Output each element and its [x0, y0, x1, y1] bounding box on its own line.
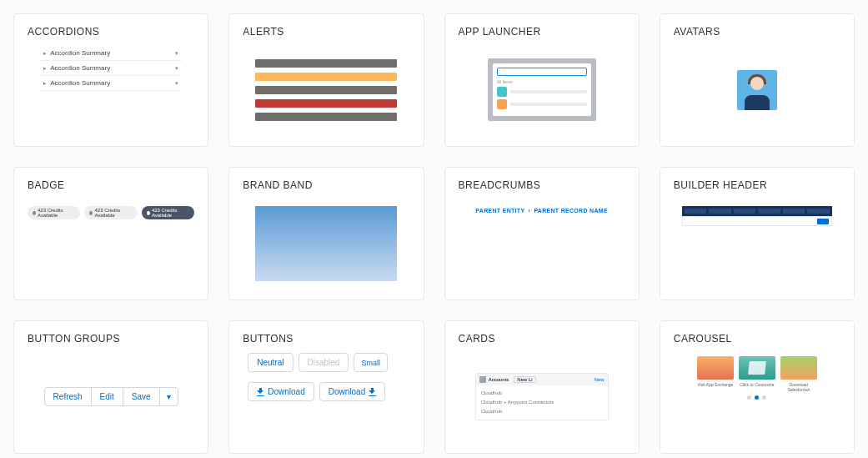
- carousel-dot-active: [755, 395, 759, 400]
- accordion-label: Accordion Summary: [50, 64, 110, 72]
- save-button: Save: [123, 387, 160, 406]
- badge-dot-icon: [89, 211, 93, 215]
- avatar-preview: [674, 46, 840, 133]
- card-brand-band[interactable]: BRAND BAND: [228, 167, 424, 300]
- alert-bar: [255, 59, 397, 68]
- small-button: Small: [354, 353, 388, 372]
- card-title: BUILDER HEADER: [674, 179, 840, 191]
- carousel-caption: Click to Customize: [739, 382, 775, 387]
- card-title: BUTTONS: [243, 333, 409, 345]
- carousel-caption: Download SalesforceA: [780, 382, 817, 392]
- card-carousel[interactable]: CAROUSEL Visit App Exchange Click to Cus…: [660, 320, 855, 454]
- cards-example: AccountsNew Li New Cloudhub Cloudhub + A…: [475, 373, 609, 420]
- chevron-right-icon: ▸: [43, 50, 47, 57]
- alert-bar: [255, 73, 397, 81]
- carousel-preview: Visit App Exchange Click to Customize Do…: [674, 353, 840, 440]
- card-title: BREADCRUMBS: [459, 179, 625, 191]
- badge-inverse: 423 Credits Available: [142, 206, 194, 219]
- card-title: BUTTON GROUPS: [28, 333, 194, 345]
- carousel-image: [780, 356, 817, 380]
- breadcrumb-parent: PARENT ENTITY: [475, 208, 524, 214]
- cards-preview: AccountsNew Li New Cloudhub Cloudhub + A…: [459, 353, 625, 440]
- card-title: CARDS: [459, 333, 625, 345]
- carousel-image: [697, 356, 734, 380]
- builder-header-preview: [674, 199, 840, 287]
- accordion-label: Accordion Summary: [50, 49, 110, 57]
- card-builder-header[interactable]: BUILDER HEADER: [660, 167, 855, 300]
- button-label: Download: [329, 387, 365, 396]
- download-icon: [257, 388, 264, 395]
- caret-down-icon: ▾: [167, 392, 171, 401]
- card-title: ALERTS: [243, 26, 409, 38]
- builder-header-button: [817, 219, 829, 224]
- cards-line: Cloudhub + Anypoint Connectors: [481, 398, 603, 407]
- caret-down-icon: ▾: [175, 50, 178, 57]
- breadcrumb-child: PARENT RECORD NAME: [534, 208, 608, 214]
- badge-dot-icon: [147, 211, 150, 215]
- carousel-indicators: [747, 395, 766, 400]
- cards-line: Cloudhub: [481, 407, 603, 416]
- carousel-item: Visit App Exchange: [697, 356, 734, 392]
- badge-preview: 423 Credits Available 423 Credits Availa…: [28, 199, 194, 287]
- carousel-item: Click to Customize: [739, 356, 775, 392]
- accordions-preview: ▸Accordion Summary▾ ▸Accordion Summary▾ …: [28, 46, 194, 133]
- dropdown-button: ▾: [159, 387, 178, 406]
- app-launcher-item: [497, 87, 587, 97]
- edit-button: Edit: [91, 387, 123, 406]
- carousel-dot: [762, 395, 766, 400]
- app-launcher-item: [497, 99, 587, 109]
- app-launcher-section: All Items: [497, 79, 587, 84]
- card-accordions[interactable]: ACCORDIONS ▸Accordion Summary▾ ▸Accordio…: [13, 13, 208, 147]
- accordion-row: ▸Accordion Summary▾: [40, 61, 182, 76]
- badge-text: 423 Credits Available: [152, 208, 189, 218]
- card-avatars[interactable]: AVATARS: [660, 13, 855, 147]
- card-button-groups[interactable]: BUTTON GROUPS Refresh Edit Save ▾: [13, 320, 208, 454]
- brand-band-graphic: [255, 206, 397, 281]
- caret-down-icon: ▾: [175, 65, 178, 72]
- cards-new-link: New: [595, 377, 605, 382]
- download-icon: [369, 388, 376, 395]
- card-breadcrumbs[interactable]: BREADCRUMBS PARENT ENTITY › PARENT RECOR…: [444, 167, 640, 300]
- badge-text: 423 Credits Available: [94, 208, 132, 218]
- alert-bar: [255, 99, 397, 108]
- avatar-icon: [737, 70, 777, 110]
- card-alerts[interactable]: ALERTS: [228, 13, 424, 147]
- disabled-button: Disabled: [299, 353, 349, 372]
- download-left-icon-button: Download: [248, 382, 314, 401]
- chevron-right-icon: ▸: [43, 65, 47, 72]
- accordion-row: ▸Accordion Summary▾: [40, 46, 182, 61]
- account-icon: [479, 376, 486, 383]
- chevron-right-icon: ›: [528, 208, 530, 214]
- cards-heading: Accounts: [489, 377, 509, 382]
- accordion-label: Accordion Summary: [50, 79, 110, 87]
- card-title: BADGE: [28, 179, 194, 191]
- card-title: APP LAUNCHER: [459, 26, 625, 38]
- download-right-icon-button: Download: [319, 382, 385, 401]
- caret-down-icon: ▾: [175, 80, 178, 87]
- app-launcher-frame: All Items: [488, 58, 596, 121]
- button-groups-preview: Refresh Edit Save ▾: [28, 353, 194, 440]
- brand-band-preview: [243, 199, 409, 287]
- buttons-preview: Neutral Disabled Small Download Download: [243, 353, 409, 440]
- badge-dot-icon: [33, 211, 36, 215]
- neutral-button: Neutral: [248, 353, 293, 372]
- breadcrumbs-preview: PARENT ENTITY › PARENT RECORD NAME: [459, 199, 625, 287]
- button-label: Download: [268, 387, 304, 396]
- carousel-caption: Visit App Exchange: [697, 382, 734, 387]
- card-app-launcher[interactable]: APP LAUNCHER All Items: [444, 13, 640, 147]
- cards-search: New Li: [514, 376, 535, 383]
- cards-line: Cloudhub: [481, 389, 603, 398]
- card-badge[interactable]: BADGE 423 Credits Available 423 Credits …: [13, 167, 208, 300]
- carousel-item: Download SalesforceA: [780, 356, 817, 392]
- chevron-right-icon: ▸: [43, 80, 47, 87]
- carousel-dot: [747, 395, 751, 400]
- badge: 423 Credits Available: [28, 206, 80, 219]
- accordion-row: ▸Accordion Summary▾: [40, 76, 182, 91]
- card-cards[interactable]: CARDS AccountsNew Li New Cloudhub Cloudh…: [444, 320, 640, 454]
- app-launcher-preview: All Items: [459, 46, 625, 133]
- builder-header-graphic: [682, 206, 832, 226]
- alerts-preview: [243, 46, 409, 133]
- badge-text: 423 Credits Available: [38, 208, 75, 218]
- card-title: BRAND BAND: [243, 179, 409, 191]
- card-buttons[interactable]: BUTTONS Neutral Disabled Small Download …: [228, 320, 424, 454]
